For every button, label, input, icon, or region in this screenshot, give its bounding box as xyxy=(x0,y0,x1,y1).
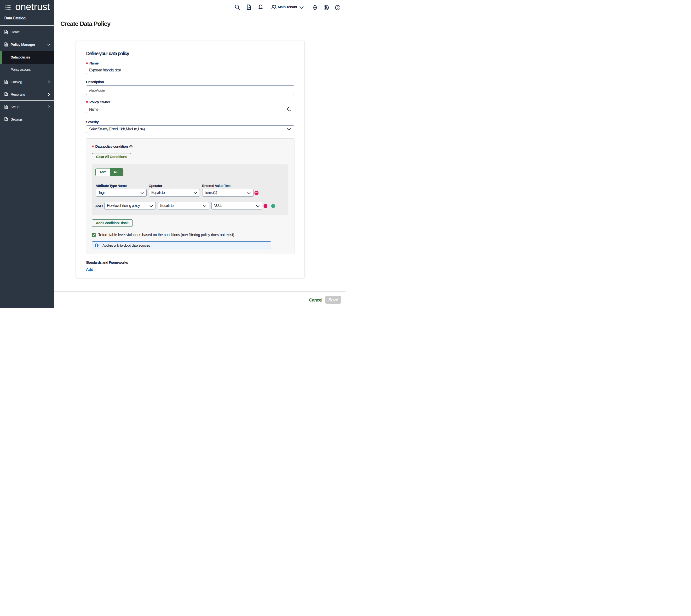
svg-text:?: ? xyxy=(130,146,132,148)
svg-text:?: ? xyxy=(337,6,339,9)
